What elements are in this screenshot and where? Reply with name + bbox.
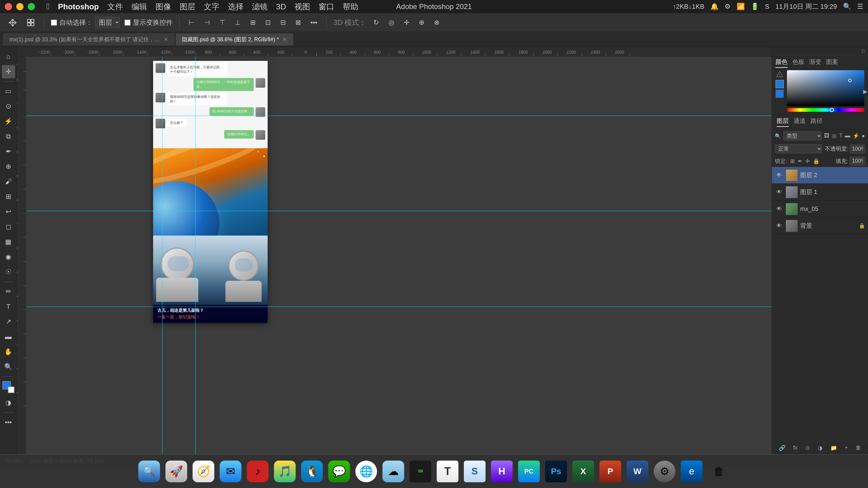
menu-filter[interactable]: 滤镜 bbox=[252, 1, 268, 12]
home-btn[interactable]: ⌂ bbox=[2, 50, 15, 63]
blend-mode-select[interactable]: 正常 bbox=[775, 144, 822, 153]
dock-ppt[interactable]: P bbox=[598, 459, 622, 484]
show-transform-label[interactable]: 显示变换控件 bbox=[124, 18, 173, 27]
distribute-h-btn[interactable]: ⊟ bbox=[278, 18, 288, 28]
lock-all-icon[interactable]: 🔒 bbox=[813, 158, 819, 164]
dock-excel[interactable]: X bbox=[571, 459, 595, 484]
filter-effect-icon[interactable]: ⚡ bbox=[852, 133, 859, 139]
filter-pixel-icon[interactable]: 🖼 bbox=[824, 133, 830, 139]
filter-shape-icon[interactable]: ▬ bbox=[845, 133, 850, 139]
fg-bg-colors[interactable] bbox=[2, 381, 14, 393]
menu-select[interactable]: 选择 bbox=[228, 1, 244, 12]
fill-input[interactable] bbox=[850, 157, 865, 165]
new-group-btn[interactable]: 📁 bbox=[828, 444, 839, 452]
hue-slider[interactable] bbox=[787, 108, 864, 112]
new-layer-btn[interactable]: + bbox=[842, 444, 850, 452]
dock-helium[interactable]: H bbox=[490, 459, 514, 484]
dock-qq-music[interactable]: 🎵 bbox=[273, 459, 297, 484]
stamp-tool[interactable]: ⊞ bbox=[2, 190, 15, 203]
apple-logo-icon[interactable]:  bbox=[46, 2, 50, 11]
marquee-tool[interactable]: ▭ bbox=[2, 85, 15, 98]
new-adj-btn[interactable]: ◑ bbox=[815, 444, 825, 452]
background-color[interactable] bbox=[8, 387, 14, 393]
app-name[interactable]: Photoshop bbox=[58, 2, 99, 11]
arrange-btn[interactable] bbox=[24, 17, 37, 28]
menu-edit[interactable]: 编辑 bbox=[131, 1, 147, 12]
layer-item-1[interactable]: 👁 图层 1 bbox=[772, 184, 868, 201]
delete-layer-btn[interactable]: 🗑 bbox=[853, 444, 864, 452]
fx-btn[interactable]: fx bbox=[791, 444, 800, 452]
menu-3d[interactable]: 3D bbox=[276, 2, 286, 11]
text-tool[interactable]: T bbox=[2, 300, 15, 313]
eyedropper-tool[interactable]: ✒ bbox=[2, 145, 15, 158]
dock-finder[interactable]: 🔍 bbox=[137, 459, 161, 484]
tab-pattern[interactable]: 图案 bbox=[826, 58, 838, 68]
foreground-swatch[interactable] bbox=[775, 80, 784, 88]
quick-mask-btn[interactable]: ◑ bbox=[2, 396, 15, 410]
layer-item-2[interactable]: 👁 图层 2 bbox=[772, 167, 868, 184]
layers-tab-paths[interactable]: 路径 bbox=[810, 117, 823, 127]
notification-icon[interactable]: 🔔 bbox=[710, 3, 718, 10]
tab-1[interactable]: mx(1).psd @ 33.3% (如果有一天全世界都不要你了 请记住，还有我… bbox=[3, 33, 175, 45]
dock-word[interactable]: W bbox=[625, 459, 650, 484]
menu-view[interactable]: 视图 bbox=[294, 1, 310, 12]
more-btn[interactable]: ••• bbox=[308, 18, 320, 28]
dodge-tool[interactable]: ☉ bbox=[2, 265, 15, 279]
background-swatch-small[interactable] bbox=[775, 90, 784, 98]
tab-swatches[interactable]: 色板 bbox=[792, 58, 804, 68]
path-sel-tool[interactable]: ↗ bbox=[2, 315, 15, 328]
tab-1-close[interactable]: ✕ bbox=[164, 36, 168, 43]
close-button[interactable] bbox=[5, 3, 12, 10]
wand-tool[interactable]: ⚡ bbox=[2, 115, 15, 128]
pan-btn[interactable]: ✛ bbox=[401, 18, 412, 28]
dock-terminal[interactable]: ⌨ bbox=[408, 459, 433, 484]
settings-icon[interactable]: ⚙ bbox=[724, 3, 731, 10]
mx05-visibility[interactable]: 👁 bbox=[775, 205, 783, 213]
layer-item-bg[interactable]: 👁 背景 🔒 bbox=[772, 218, 868, 234]
bg-visibility[interactable]: 👁 bbox=[775, 222, 783, 230]
move-tool-btn[interactable] bbox=[6, 17, 19, 28]
tab-color[interactable]: 颜色 bbox=[775, 58, 787, 68]
tab-gradient[interactable]: 渐变 bbox=[809, 58, 821, 68]
show-transform-checkbox[interactable] bbox=[124, 20, 130, 26]
align-left-btn[interactable]: ⊢ bbox=[186, 18, 197, 28]
dock-pycharm[interactable]: PC bbox=[517, 459, 541, 484]
color-gradient-box[interactable] bbox=[787, 70, 864, 106]
dock-qq[interactable]: 🐧 bbox=[300, 459, 324, 484]
lock-pixel-icon[interactable]: ⊞ bbox=[790, 158, 795, 164]
distribute-v-btn[interactable]: ⊠ bbox=[293, 18, 303, 28]
move-tool[interactable]: ✛ bbox=[2, 65, 15, 78]
menu-text[interactable]: 文字 bbox=[204, 1, 219, 12]
dock-sogou[interactable]: S bbox=[463, 459, 487, 484]
eraser-tool[interactable]: ◻ bbox=[2, 220, 15, 233]
filter-text-icon[interactable]: T bbox=[839, 133, 842, 139]
dock-ps[interactable]: Ps bbox=[544, 459, 568, 484]
align-bottom-btn[interactable]: ⊡ bbox=[263, 18, 273, 28]
align-center-v-btn[interactable]: ⊞ bbox=[248, 18, 258, 28]
align-top-btn[interactable]: ⊥ bbox=[232, 18, 243, 28]
dock-safari[interactable]: 🧭 bbox=[191, 459, 216, 484]
pen-tool[interactable]: ✏ bbox=[2, 285, 15, 298]
dock-chrome[interactable]: 🌐 bbox=[354, 459, 378, 484]
dock-mail[interactable]: ✉ bbox=[218, 459, 243, 484]
dock-syspref[interactable]: ⚙ bbox=[652, 459, 677, 484]
dock-music[interactable]: ♪ bbox=[246, 459, 270, 484]
menu-help[interactable]: 帮助 bbox=[343, 1, 358, 12]
traffic-lights[interactable] bbox=[5, 3, 35, 10]
battery-icon[interactable]: 🔋 bbox=[751, 3, 759, 10]
maximize-button[interactable] bbox=[28, 3, 35, 10]
tab-2[interactable]: 隐藏图.psd @ 38.6% (图层 2, RGB/8#) * ✕ bbox=[176, 33, 293, 45]
dock-wechat[interactable]: 💬 bbox=[327, 459, 351, 484]
dock-cloud[interactable]: ☁ bbox=[381, 459, 405, 484]
layer-filter-select[interactable]: 类型 bbox=[783, 131, 822, 140]
shape-tool[interactable]: ▬ bbox=[2, 330, 15, 344]
control-center-icon[interactable]: ☰ bbox=[857, 3, 863, 10]
link-layers-btn[interactable]: 🔗 bbox=[776, 444, 788, 452]
menu-layer[interactable]: 图层 bbox=[180, 1, 195, 12]
blur-tool[interactable]: ◉ bbox=[2, 250, 15, 264]
lasso-tool[interactable]: ⊙ bbox=[2, 100, 15, 113]
brush-tool[interactable]: 🖌 bbox=[2, 175, 15, 188]
align-center-h-btn[interactable]: ⊣ bbox=[202, 18, 212, 28]
filter-toggle[interactable]: ● bbox=[862, 133, 865, 139]
crop-tool[interactable]: ⧉ bbox=[2, 130, 15, 143]
